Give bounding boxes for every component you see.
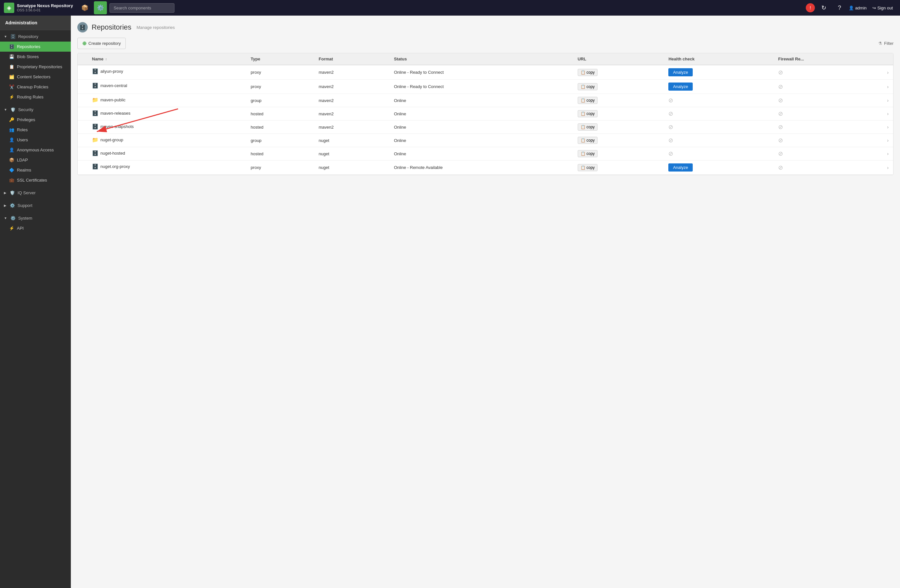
row-detail-chevron-icon[interactable]: › <box>887 111 889 116</box>
sort-arrow-icon: ↑ <box>105 57 107 61</box>
row-url-cell[interactable]: 📋 copy <box>573 134 664 147</box>
row-detail-cell[interactable]: › <box>883 160 893 175</box>
copy-url-button[interactable]: 📋 copy <box>578 123 598 130</box>
row-health-check-cell: ⊘ <box>664 134 774 147</box>
alert-icon[interactable]: ! <box>806 3 815 12</box>
row-url-cell[interactable]: 📋 copy <box>573 160 664 175</box>
sidebar-group-security[interactable]: ▼ 🛡️ Security <box>0 105 71 115</box>
row-name: aliyun-proxy <box>100 69 123 74</box>
refresh-icon-btn[interactable]: ↻ <box>818 1 830 14</box>
sidebar-group-repository[interactable]: ▼ 🗄️ Repository <box>0 31 71 42</box>
row-name-cell: 🗄️maven-central <box>87 79 246 92</box>
row-detail-cell[interactable]: › <box>883 121 893 134</box>
sidebar-group-system[interactable]: ▼ ⚙️ System <box>0 213 71 223</box>
row-url-cell[interactable]: 📋 copy <box>573 147 664 160</box>
sidebar-item-ldap[interactable]: 📦 LDAP <box>0 155 71 165</box>
blob-stores-icon: 💾 <box>9 54 14 59</box>
row-detail-cell[interactable]: › <box>883 94 893 107</box>
row-name: maven-public <box>100 98 126 102</box>
row-detail-chevron-icon[interactable]: › <box>887 151 889 156</box>
copy-url-button[interactable]: 📋 copy <box>578 83 598 90</box>
sidebar-item-content-selectors[interactable]: 🗂️ Content Selectors <box>0 72 71 82</box>
copy-url-button[interactable]: 📋 copy <box>578 150 598 157</box>
table-row[interactable]: 📁nuget-groupgroupnugetOnline📋 copy⊘⊘› <box>78 134 893 147</box>
sidebar-item-api[interactable]: ⚡ API <box>0 223 71 233</box>
table-row[interactable]: 🗄️aliyun-proxyproxymaven2Online - Ready … <box>78 65 893 79</box>
create-repository-button[interactable]: ⊕ Create repository <box>77 38 126 49</box>
table-row[interactable]: 🗄️maven-centralproxymaven2Online - Ready… <box>78 79 893 94</box>
row-detail-chevron-icon[interactable]: › <box>887 138 889 143</box>
row-detail-chevron-icon[interactable]: › <box>887 165 889 170</box>
row-url-cell[interactable]: 📋 copy <box>573 79 664 94</box>
row-detail-chevron-icon[interactable]: › <box>887 124 889 130</box>
table-row[interactable]: 🗄️nuget-hostedhostednugetOnline📋 copy⊘⊘› <box>78 147 893 160</box>
analyze-button[interactable]: Analyze <box>668 82 692 91</box>
admin-icon-btn[interactable]: ⚙️ <box>94 1 107 14</box>
row-detail-cell[interactable]: › <box>883 65 893 79</box>
sidebar-item-ssl-certificates[interactable]: 💼 SSL Certificates <box>0 175 71 185</box>
sidebar-item-privileges[interactable]: 🔑 Privileges <box>0 115 71 125</box>
row-detail-cell[interactable]: › <box>883 134 893 147</box>
blob-stores-label: Blob Stores <box>17 54 39 59</box>
sidebar-group-support[interactable]: ▶ ⚙️ Support <box>0 200 71 211</box>
brand-logo-area[interactable]: ◈ Sonatype Nexus Repository OSS 3.56.0-0… <box>4 3 73 13</box>
firewall-disabled-icon: ⊘ <box>778 97 783 104</box>
row-health-check-cell: ⊘ <box>664 147 774 160</box>
row-detail-chevron-icon[interactable]: › <box>887 98 889 103</box>
sidebar-item-realms[interactable]: 🔷 Realms <box>0 165 71 175</box>
toolbar: ⊕ Create repository ⚗ Filter <box>77 38 894 49</box>
row-url-cell[interactable]: 📋 copy <box>573 121 664 134</box>
row-detail-chevron-icon[interactable]: › <box>887 84 889 89</box>
page-title: Repositories <box>92 23 131 31</box>
copy-url-button[interactable]: 📋 copy <box>578 97 598 104</box>
sidebar-section-repository: ▼ 🗄️ Repository 🗄️ Repositories 💾 Blob S… <box>0 30 71 103</box>
browse-icon-btn[interactable]: 📦 <box>78 1 91 14</box>
sidebar-item-proprietary-repositories[interactable]: 📋 Proprietary Repositories <box>0 62 71 72</box>
realms-icon: 🔷 <box>9 168 14 172</box>
analyze-button[interactable]: Analyze <box>668 163 692 172</box>
chevron-system-icon: ▼ <box>4 216 7 220</box>
analyze-button[interactable]: Analyze <box>668 68 692 76</box>
table-row[interactable]: 🗄️maven-releaseshostedmaven2Online📋 copy… <box>78 107 893 121</box>
copy-url-button[interactable]: 📋 copy <box>578 137 598 144</box>
row-detail-cell[interactable]: › <box>883 107 893 121</box>
sidebar-item-roles[interactable]: 👥 Roles <box>0 125 71 135</box>
row-health-check-cell[interactable]: Analyze <box>664 65 774 79</box>
row-url-cell[interactable]: 📋 copy <box>573 65 664 79</box>
sidebar-item-repositories[interactable]: 🗄️ Repositories <box>0 42 71 52</box>
col-name-header[interactable]: Name ↑ <box>87 53 246 65</box>
sidebar-item-anonymous-access[interactable]: 👤 Anonymous Access <box>0 145 71 155</box>
user-menu[interactable]: 👤 admin <box>849 6 867 10</box>
chevron-repository-icon: ▼ <box>4 35 7 38</box>
sidebar-group-iq-server[interactable]: ▶ 🛡️ IQ Server <box>0 188 71 198</box>
table-row[interactable]: 📁maven-publicgroupmaven2Online📋 copy⊘⊘› <box>78 94 893 107</box>
sidebar-item-cleanup-policies[interactable]: ✂️ Cleanup Policies <box>0 82 71 92</box>
sidebar-item-users[interactable]: 👤 Users <box>0 135 71 145</box>
row-status-cell: Online <box>389 107 573 121</box>
help-icon-btn[interactable]: ? <box>833 1 846 14</box>
sidebar-item-blob-stores[interactable]: 💾 Blob Stores <box>0 52 71 62</box>
proprietary-icon: 📋 <box>9 64 14 69</box>
row-detail-cell[interactable]: › <box>883 79 893 94</box>
row-url-cell[interactable]: 📋 copy <box>573 94 664 107</box>
signout-button[interactable]: ↪ Sign out <box>869 3 896 12</box>
table-row[interactable]: 🗄️nuget.org-proxyproxynugetOnline - Remo… <box>78 160 893 175</box>
row-health-check-cell[interactable]: Analyze <box>664 79 774 94</box>
row-health-check-cell[interactable]: Analyze <box>664 160 774 175</box>
col-health-check-header: Health check <box>664 53 774 65</box>
security-group-icon: 🛡️ <box>10 107 16 112</box>
sidebar-section-support: ▶ ⚙️ Support <box>0 199 71 212</box>
row-type-icon: 🗄️ <box>92 150 98 156</box>
chevron-security-icon: ▼ <box>4 108 7 112</box>
row-firewall-cell: ⊘ <box>774 160 883 175</box>
table-row[interactable]: 🗄️maven-snapshotshostedmaven2Online📋 cop… <box>78 121 893 134</box>
sidebar-item-routing-rules[interactable]: ⚡ Routing Rules <box>0 92 71 102</box>
row-detail-chevron-icon[interactable]: › <box>887 70 889 75</box>
brand-name: Sonatype Nexus Repository <box>17 3 73 8</box>
search-input[interactable] <box>110 3 174 13</box>
copy-url-button[interactable]: 📋 copy <box>578 69 598 76</box>
row-url-cell[interactable]: 📋 copy <box>573 107 664 121</box>
copy-url-button[interactable]: 📋 copy <box>578 164 598 171</box>
copy-url-button[interactable]: 📋 copy <box>578 110 598 117</box>
row-detail-cell[interactable]: › <box>883 147 893 160</box>
